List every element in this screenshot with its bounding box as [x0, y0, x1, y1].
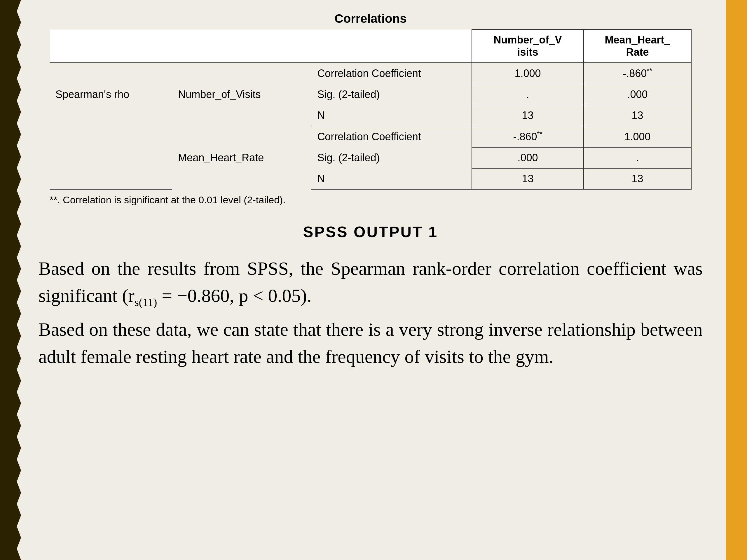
val-heartrate-n: 13: [584, 105, 691, 126]
col-header-heartrate: Mean_Heart_Rate: [584, 29, 691, 63]
val-visits-n: 13: [472, 105, 584, 126]
table-title: Correlations: [50, 12, 692, 26]
spacer-1: [50, 147, 172, 168]
val-visits-sig: .: [472, 84, 584, 105]
val-heartrate-n-2: 13: [584, 168, 691, 189]
stat-n-1: N: [311, 105, 472, 126]
spearman-label-2: [50, 126, 172, 147]
table-footnote: **. Correlation is significant at the 0.…: [50, 194, 692, 206]
spacer-2: [50, 168, 172, 189]
body-text: Based on the results from SPSS, the Spea…: [38, 255, 703, 376]
table-row: Spearman's rho Number_of_Visits Correlat…: [50, 63, 691, 84]
wavy-edge: [10, 0, 21, 560]
paragraph-1: Based on the results from SPSS, the Spea…: [38, 255, 703, 310]
spearman-label: Spearman's rho: [50, 63, 172, 126]
val-heartrate-corr: -.860**: [584, 63, 691, 84]
table-row: Mean_Heart_Rate Correlation Coefficient …: [50, 126, 691, 147]
stat-sig-2: Sig. (2-tailed): [311, 147, 472, 168]
main-content: Correlations Number_of_Visits Mean_Heart…: [21, 0, 726, 560]
table-row: N 13 13: [50, 168, 691, 189]
val-heartrate-corr-2: 1.000: [584, 126, 691, 147]
val-heartrate-sig: .000: [584, 84, 691, 105]
val-visits-n-2: 13: [472, 168, 584, 189]
heartrate-label: Mean_Heart_Rate: [172, 126, 311, 189]
val-visits-sig-2: .000: [472, 147, 584, 168]
right-bar: [726, 0, 747, 560]
correlations-table: Number_of_Visits Mean_Heart_Rate Spearma…: [50, 29, 692, 190]
val-heartrate-sig-2: .: [584, 147, 691, 168]
table-row: Sig. (2-tailed) .000 .: [50, 147, 691, 168]
stat-corr-coeff-1: Correlation Coefficient: [311, 63, 472, 84]
col-header-visits: Number_of_Visits: [472, 29, 584, 63]
spss-output-label: SPSS OUTPUT 1: [303, 223, 438, 241]
stat-corr-coeff-2: Correlation Coefficient: [311, 126, 472, 147]
val-visits-corr-2: -.860**: [472, 126, 584, 147]
stat-n-2: N: [311, 168, 472, 189]
paragraph-2: Based on these data, we can state that t…: [38, 316, 703, 370]
val-visits-corr: 1.000: [472, 63, 584, 84]
visits-label: Number_of_Visits: [172, 63, 311, 126]
left-bar: [0, 0, 21, 560]
table-section: Correlations Number_of_Visits Mean_Heart…: [50, 12, 692, 206]
stat-sig-1: Sig. (2-tailed): [311, 84, 472, 105]
